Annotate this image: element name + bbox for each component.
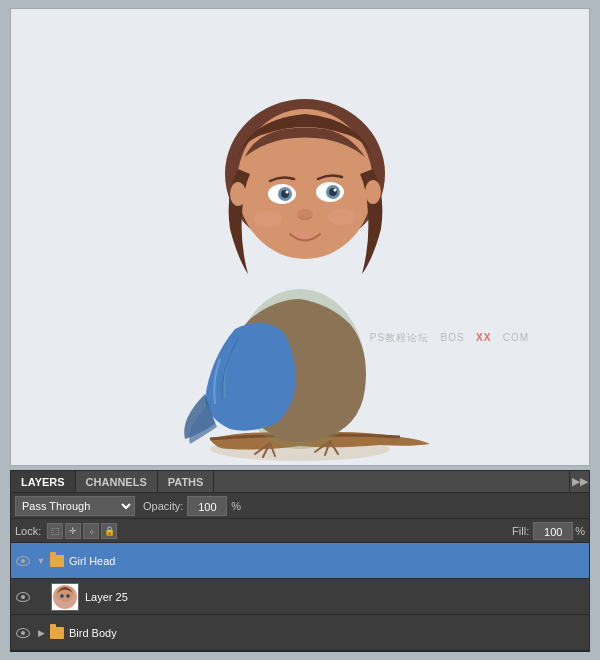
tab-channels[interactable]: CHANNELS <box>76 471 158 492</box>
layer-row-layer25[interactable]: Layer 25 <box>11 579 589 615</box>
lock-all-icon[interactable]: 🔒 <box>101 523 117 539</box>
app-container: PS教程论坛 BOS XX COM LAYERS CHANNELS PATHS … <box>0 0 600 660</box>
lock-checkerboard-icon[interactable]: ⬚ <box>47 523 63 539</box>
lock-label: Lock: <box>15 525 41 537</box>
layers-panel: LAYERS CHANNELS PATHS ▶▶ Pass Through No… <box>10 470 590 652</box>
opacity-value[interactable]: 100 <box>187 496 227 516</box>
lock-paint-icon[interactable]: ⬦ <box>83 523 99 539</box>
svg-point-15 <box>230 182 246 206</box>
layer-visibility-bird-body[interactable] <box>15 625 31 641</box>
watermark: PS教程论坛 BOS XX COM <box>370 331 529 345</box>
svg-point-13 <box>254 211 282 227</box>
layer-row-bird-body[interactable]: ▶ Bird Body <box>11 615 589 651</box>
layer-name-layer25: Layer 25 <box>85 591 585 603</box>
lock-fill-row: Lock: ⬚ ✛ ⬦ 🔒 Fill: 100 % <box>11 519 589 543</box>
fill-label: Fill: <box>512 525 529 537</box>
layer-expand-arrow[interactable]: ▼ <box>35 555 47 567</box>
layer-row-girl-head[interactable]: ▼ Girl Head <box>11 543 589 579</box>
layer-folder-icon-bird <box>49 625 65 641</box>
tab-layers[interactable]: LAYERS <box>11 471 76 492</box>
svg-point-16 <box>365 180 381 204</box>
canvas-area: PS教程论坛 BOS XX COM <box>10 8 590 466</box>
watermark-text: PS教程论坛 <box>370 332 429 343</box>
fill-value[interactable]: 100 <box>533 522 573 540</box>
layer-name-girl-head: Girl Head <box>69 555 585 567</box>
fill-unit: % <box>575 525 585 537</box>
svg-point-21 <box>61 595 63 597</box>
eye-icon-3 <box>16 628 30 638</box>
blend-opacity-toolbar: Pass Through Normal Multiply Screen Over… <box>11 493 589 519</box>
watermark-highlight: XX <box>476 332 491 343</box>
eye-icon <box>16 556 30 566</box>
panel-tabs: LAYERS CHANNELS PATHS ▶▶ <box>11 471 589 493</box>
watermark-site: BOS <box>441 332 465 343</box>
eye-icon-2 <box>16 592 30 602</box>
panel-menu-button[interactable]: ▶▶ <box>569 471 589 493</box>
svg-point-22 <box>67 595 69 597</box>
layer-visibility-layer25[interactable] <box>15 589 31 605</box>
blend-mode-select[interactable]: Pass Through Normal Multiply Screen Over… <box>15 496 135 516</box>
layer-visibility-girl-head[interactable] <box>15 553 31 569</box>
opacity-label: Opacity: <box>143 500 183 512</box>
layer-name-bird-body: Bird Body <box>69 627 585 639</box>
layer-thumb-layer25 <box>51 583 79 611</box>
svg-point-14 <box>328 209 356 225</box>
layer-folder-icon <box>49 553 65 569</box>
lock-move-icon[interactable]: ✛ <box>65 523 81 539</box>
svg-point-10 <box>286 191 289 194</box>
opacity-unit: % <box>231 500 241 512</box>
svg-point-11 <box>334 189 337 192</box>
tab-paths[interactable]: PATHS <box>158 471 215 492</box>
composite-image <box>130 19 470 466</box>
watermark-domain: COM <box>503 332 529 343</box>
layer-expand-arrow-bird[interactable]: ▶ <box>35 627 47 639</box>
